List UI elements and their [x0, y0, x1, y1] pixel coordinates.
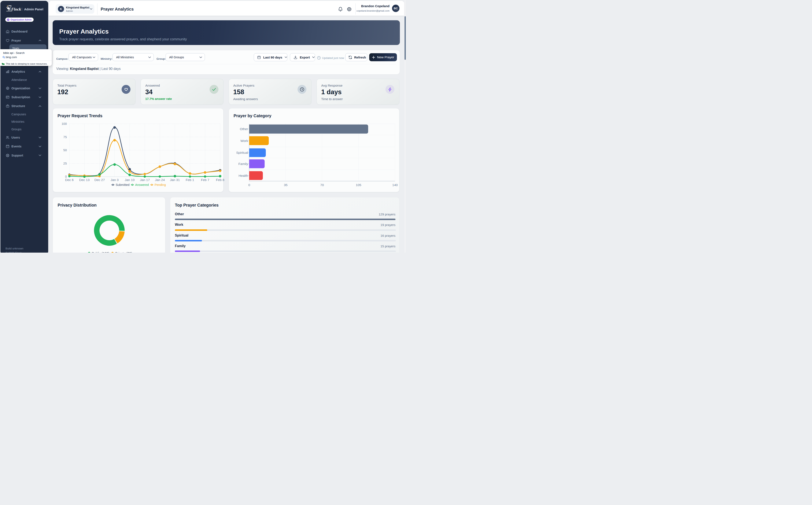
svg-text:Pending: Pending: [154, 183, 166, 186]
svg-text:70: 70: [320, 183, 324, 187]
svg-text:Jan 17: Jan 17: [140, 178, 150, 182]
svg-text:35: 35: [284, 183, 287, 187]
svg-text:Health: Health: [239, 174, 248, 177]
svg-text:Dec 27: Dec 27: [94, 178, 105, 182]
svg-text:105: 105: [356, 183, 361, 187]
svg-text:100: 100: [62, 122, 67, 126]
svg-text:Jan 31: Jan 31: [170, 178, 180, 182]
svg-text:Feb 8: Feb 8: [216, 178, 224, 182]
svg-text:140: 140: [392, 183, 398, 187]
svg-text:0: 0: [248, 183, 250, 187]
svg-text:Private (29): Private (29): [115, 251, 132, 253]
svg-text:0: 0: [65, 175, 67, 178]
svg-text:Other: Other: [240, 127, 248, 131]
svg-text:Family: Family: [238, 162, 248, 166]
svg-text:Dec 6: Dec 6: [65, 178, 74, 182]
svg-text:Public (163): Public (163): [92, 251, 109, 253]
svg-text:Dec 13: Dec 13: [79, 178, 90, 182]
svg-text:Feb 7: Feb 7: [201, 178, 209, 182]
svg-text:Answered: Answered: [135, 183, 149, 186]
svg-text:Jan 24: Jan 24: [155, 178, 165, 182]
svg-text:Spiritual: Spiritual: [236, 151, 248, 154]
svg-text:50: 50: [63, 148, 67, 152]
svg-text:75: 75: [63, 135, 67, 139]
svg-text:Feb 1: Feb 1: [186, 178, 194, 182]
svg-text:Jan 10: Jan 10: [125, 178, 135, 182]
svg-text:25: 25: [63, 162, 67, 165]
svg-text:Work: Work: [240, 139, 248, 143]
svg-text:Jan 3: Jan 3: [111, 178, 119, 182]
svg-text:Submitted: Submitted: [116, 183, 129, 186]
